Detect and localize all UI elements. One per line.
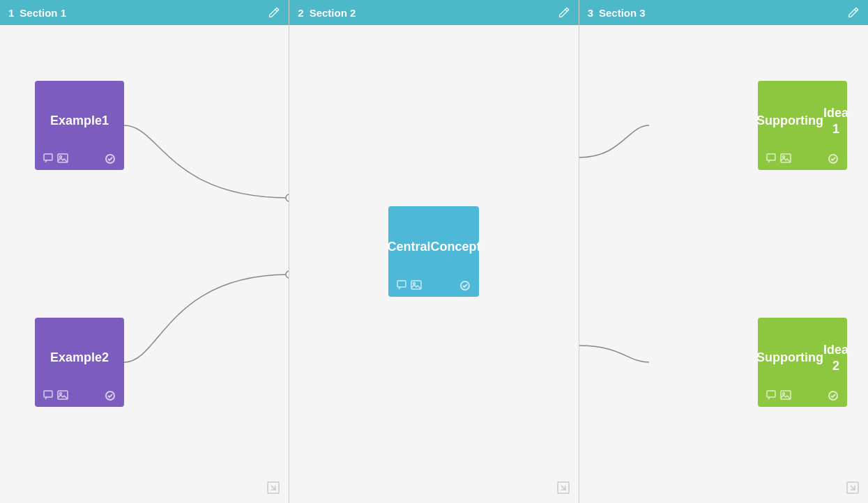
- card-supporting1-icons: [766, 153, 839, 164]
- section-3-bottom-icon[interactable]: [846, 481, 860, 497]
- image-icon[interactable]: [780, 153, 791, 164]
- section-3-number: 3: [588, 7, 593, 19]
- section-1-edit-icon[interactable]: [268, 6, 280, 19]
- card-example2-icons: [43, 390, 116, 401]
- card-supporting2[interactable]: Supporting Idea 2: [758, 318, 847, 407]
- card-central-icon-group: [397, 280, 422, 291]
- section-1-bottom-icon[interactable]: [266, 481, 280, 497]
- section-3-title: Section 3: [599, 7, 842, 19]
- section-2-body: Central Concept: [289, 25, 578, 503]
- svg-rect-22: [767, 391, 775, 397]
- card-example2-text: Example 2: [43, 326, 116, 390]
- comment-icon[interactable]: [43, 390, 54, 401]
- image-icon[interactable]: [57, 153, 68, 164]
- section-1: 1 Section 1 Example 1: [0, 0, 289, 503]
- comment-icon[interactable]: [766, 153, 777, 164]
- section-1-title: Section 1: [20, 7, 262, 19]
- section-3-header: 3 Section 3: [579, 0, 868, 25]
- section-2-edit-icon[interactable]: [558, 6, 570, 19]
- comment-icon[interactable]: [397, 280, 408, 291]
- card-central-icons: [397, 280, 471, 291]
- section-2: 2 Section 2 Central Concept: [289, 0, 579, 503]
- check-icon[interactable]: [105, 390, 116, 401]
- svg-rect-18: [767, 154, 775, 160]
- check-icon[interactable]: [828, 390, 839, 401]
- card-example2[interactable]: Example 2: [35, 318, 124, 407]
- sections-container: 1 Section 1 Example 1: [0, 0, 868, 503]
- svg-rect-0: [44, 154, 52, 160]
- section-3: 3 Section 3 Supporting Idea 1: [579, 0, 868, 503]
- check-icon[interactable]: [828, 153, 839, 164]
- section-2-title: Section 2: [310, 7, 552, 19]
- section-3-body: Supporting Idea 1: [579, 25, 868, 503]
- section-3-edit-icon[interactable]: [847, 6, 860, 19]
- comment-icon[interactable]: [43, 153, 54, 164]
- card-central[interactable]: Central Concept: [388, 206, 479, 297]
- image-icon[interactable]: [780, 390, 791, 401]
- card-example2-icon-group: [43, 390, 68, 401]
- image-icon[interactable]: [411, 280, 422, 291]
- card-supporting1-icon-group: [766, 153, 791, 164]
- section-2-header: 2 Section 2: [289, 0, 578, 25]
- card-supporting2-icons: [766, 390, 839, 401]
- card-central-text: Central Concept: [397, 215, 471, 280]
- card-supporting1-text: Supporting Idea 1: [766, 89, 839, 153]
- section-2-number: 2: [298, 7, 303, 19]
- image-icon[interactable]: [57, 390, 68, 401]
- card-example1-icons: [43, 153, 116, 164]
- section-1-number: 1: [8, 7, 14, 19]
- check-icon[interactable]: [105, 153, 116, 164]
- card-example1-icon-group: [43, 153, 68, 164]
- card-example1[interactable]: Example 1: [35, 81, 124, 170]
- card-supporting2-text: Supporting Idea 2: [766, 326, 839, 390]
- card-example1-text: Example 1: [43, 89, 116, 153]
- section-1-header: 1 Section 1: [0, 0, 289, 25]
- section-1-body: Example 1: [0, 25, 289, 503]
- section-2-bottom-icon[interactable]: [556, 481, 570, 497]
- svg-point-9: [286, 194, 289, 201]
- svg-rect-4: [44, 391, 52, 397]
- comment-icon[interactable]: [766, 390, 777, 401]
- card-supporting1[interactable]: Supporting Idea 1: [758, 81, 847, 170]
- svg-rect-11: [397, 281, 406, 287]
- card-supporting2-icon-group: [766, 390, 791, 401]
- check-icon[interactable]: [459, 280, 471, 291]
- svg-point-10: [286, 271, 289, 278]
